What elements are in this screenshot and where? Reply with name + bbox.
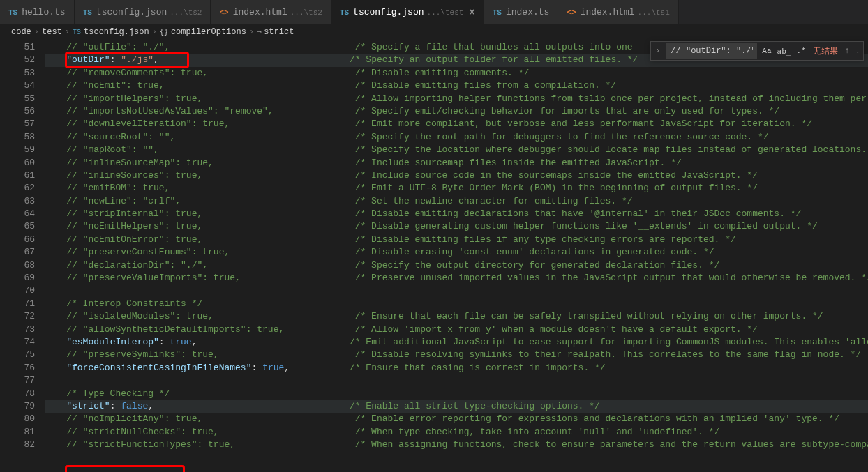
code-line[interactable]	[45, 284, 868, 297]
line-number: 71	[0, 298, 35, 310]
code-line[interactable]: // "allowSyntheticDefaultImports": true,…	[45, 323, 868, 336]
line-number: 66	[0, 234, 35, 246]
highlight-box-strict	[65, 465, 185, 472]
tab-bar: TShello.tsTStsconfig.json...\ts2<>index.…	[0, 0, 868, 24]
line-number: 76	[0, 362, 35, 374]
line-number: 69	[0, 272, 35, 284]
code-area[interactable]: // "outFile": "./", /* Specify a file th…	[45, 40, 868, 472]
breadcrumb-item[interactable]: test	[42, 27, 62, 37]
line-number: 73	[0, 323, 35, 336]
find-toggle-icon[interactable]: ›	[651, 46, 664, 56]
code-line[interactable]: // "noEmit": true, /* Disable emitting f…	[45, 79, 868, 92]
breadcrumb-item[interactable]: code	[11, 27, 31, 37]
find-case-icon[interactable]: Aa	[759, 47, 774, 55]
tab-hello-ts[interactable]: TShello.ts	[0, 0, 75, 24]
file-icon: TS	[8, 8, 17, 17]
code-line[interactable]: // "emitBOM": true, /* Emit a UTF-8 Byte…	[45, 182, 868, 195]
code-line[interactable]: // "noEmitHelpers": true, /* Disable gen…	[45, 220, 868, 233]
brace-icon: {}	[160, 29, 168, 36]
tab-label: index.html	[581, 7, 635, 17]
code-line[interactable]: // "stripInternal": true, /* Disable emi…	[45, 208, 868, 220]
code-line[interactable]	[45, 374, 868, 387]
line-number: 65	[0, 220, 35, 233]
find-word-icon[interactable]: ab̲	[775, 47, 794, 56]
tab-path: ...\ts2	[170, 8, 202, 17]
file-icon: <>	[219, 8, 228, 17]
find-next-icon[interactable]: ↓	[853, 46, 863, 56]
code-line[interactable]: // "strictNullChecks": true, /* When typ…	[45, 426, 868, 439]
find-input[interactable]	[666, 43, 757, 59]
file-icon: TS	[493, 8, 502, 17]
tab-label: tsconfig.json	[353, 7, 424, 17]
code-line[interactable]: // "noImplicitAny": true, /* Enable erro…	[45, 413, 868, 425]
line-number: 57	[0, 118, 35, 130]
code-line[interactable]: // "isolatedModules": true, /* Ensure th…	[45, 310, 868, 323]
tab-label: hello.ts	[22, 7, 65, 17]
line-number: 52	[0, 54, 35, 66]
breadcrumb-sep: ›	[34, 27, 39, 37]
code-line[interactable]: // "importHelpers": true, /* Allow impor…	[45, 93, 868, 105]
code-line[interactable]: // "newLine": "crlf", /* Set the newline…	[45, 195, 868, 208]
close-icon[interactable]: ×	[469, 7, 474, 18]
property-icon: ▭	[257, 28, 261, 36]
line-number: 60	[0, 157, 35, 169]
line-number: 74	[0, 336, 35, 349]
breadcrumb-sep: ›	[152, 27, 157, 37]
tab-path: ...\ts1	[638, 8, 670, 17]
find-widget[interactable]: › Aa ab̲ .* 无结果 ↑ ↓	[650, 41, 864, 61]
line-number: 81	[0, 426, 35, 439]
tab-tsconfig-json[interactable]: TStsconfig.json...\test×	[331, 0, 484, 24]
code-line[interactable]: // "importsNotUsedAsValues": "remove", /…	[45, 105, 868, 118]
code-line[interactable]: "strict": false, /* Enable all strict ty…	[45, 400, 868, 413]
line-number: 82	[0, 439, 35, 451]
line-number: 53	[0, 67, 35, 79]
code-line[interactable]: // "noEmitOnError": true, /* Disable emi…	[45, 234, 868, 246]
code-line[interactable]: /* Type Checking */	[45, 388, 868, 400]
code-line[interactable]: // "mapRoot": "", /* Specify the locatio…	[45, 144, 868, 156]
line-number: 75	[0, 349, 35, 361]
tab-label: index.html	[233, 7, 287, 17]
code-line[interactable]: // "declarationDir": "./", /* Specify th…	[45, 259, 868, 272]
code-line[interactable]: "esModuleInterop": true, /* Emit additio…	[45, 336, 868, 349]
code-line[interactable]: // "preserveValueImports": true, /* Pres…	[45, 272, 868, 284]
find-prev-icon[interactable]: ↑	[842, 46, 853, 56]
code-line[interactable]: // "inlineSourceMap": true, /* Include s…	[45, 157, 868, 169]
line-number: 59	[0, 144, 35, 156]
code-line[interactable]: // "inlineSources": true, /* Include sou…	[45, 169, 868, 182]
line-number: 78	[0, 388, 35, 400]
find-regex-icon[interactable]: .*	[793, 47, 808, 55]
code-line[interactable]: // "preserveConstEnums": true, /* Disabl…	[45, 246, 868, 259]
highlight-box-outdir	[65, 52, 189, 68]
tab-index-ts[interactable]: TSindex.ts	[484, 0, 559, 24]
line-number: 72	[0, 310, 35, 323]
line-number: 56	[0, 105, 35, 118]
breadcrumb-item[interactable]: strict	[264, 27, 294, 37]
editor[interactable]: › Aa ab̲ .* 无结果 ↑ ↓ 51525354555657585960…	[0, 40, 868, 472]
code-line[interactable]: "forceConsistentCasingInFileNames": true…	[45, 362, 868, 374]
line-number: 51	[0, 41, 35, 54]
tab-index-html[interactable]: <>index.html...\ts1	[558, 0, 678, 24]
breadcrumb-item[interactable]: compilerOptions	[171, 27, 246, 37]
code-line[interactable]: // "downlevelIteration": true, /* Emit m…	[45, 118, 868, 130]
tab-label: index.ts	[506, 7, 549, 17]
line-number: 68	[0, 259, 35, 272]
line-number: 63	[0, 195, 35, 208]
code-line[interactable]: // "strictFunctionTypes": true, /* When …	[45, 439, 868, 451]
line-number: 67	[0, 246, 35, 259]
file-icon: TS	[83, 8, 92, 17]
tab-tsconfig-json[interactable]: TStsconfig.json...\ts2	[75, 0, 211, 24]
code-line[interactable]: // "preserveSymlinks": true, /* Disable …	[45, 349, 868, 361]
breadcrumb[interactable]: code›test›TS tsconfig.json›{} compilerOp…	[0, 24, 868, 40]
line-number: 77	[0, 374, 35, 387]
breadcrumb-sep: ›	[249, 27, 254, 37]
breadcrumb-item[interactable]: tsconfig.json	[84, 27, 149, 37]
line-number: 61	[0, 169, 35, 182]
line-gutter: 5152535455565758596061626364656667686970…	[0, 40, 45, 472]
tab-path: ...\ts2	[290, 8, 322, 17]
code-line[interactable]: /* Interop Constraints */	[45, 298, 868, 310]
file-icon: TS	[340, 8, 349, 17]
tab-index-html[interactable]: <>index.html...\ts2	[211, 0, 331, 24]
code-line[interactable]: // "sourceRoot": "", /* Specify the root…	[45, 131, 868, 144]
tab-label: tsconfig.json	[96, 7, 167, 17]
code-line[interactable]: // "removeComments": true, /* Disable em…	[45, 67, 868, 79]
